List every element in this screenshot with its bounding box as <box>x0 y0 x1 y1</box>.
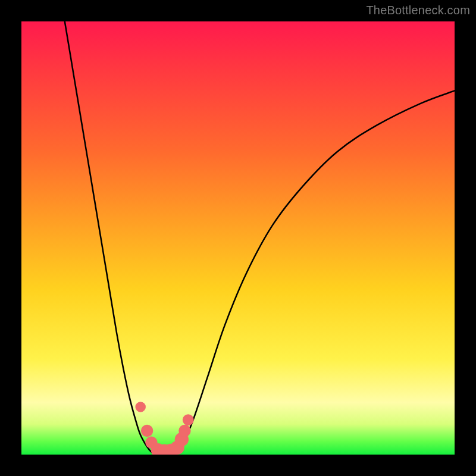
highlight-dot <box>178 425 190 437</box>
highlight-dot <box>135 402 145 412</box>
highlight-dot <box>183 414 194 425</box>
highlight-dot <box>141 425 153 437</box>
curve-left-branch <box>65 21 156 454</box>
curves-layer <box>21 21 455 455</box>
plot-area <box>21 21 455 455</box>
highlight-dots-group <box>135 402 193 455</box>
watermark-label: TheBottleneck.com <box>366 4 470 17</box>
curve-right-branch <box>173 90 455 453</box>
chart-frame: TheBottleneck.com <box>0 0 476 476</box>
